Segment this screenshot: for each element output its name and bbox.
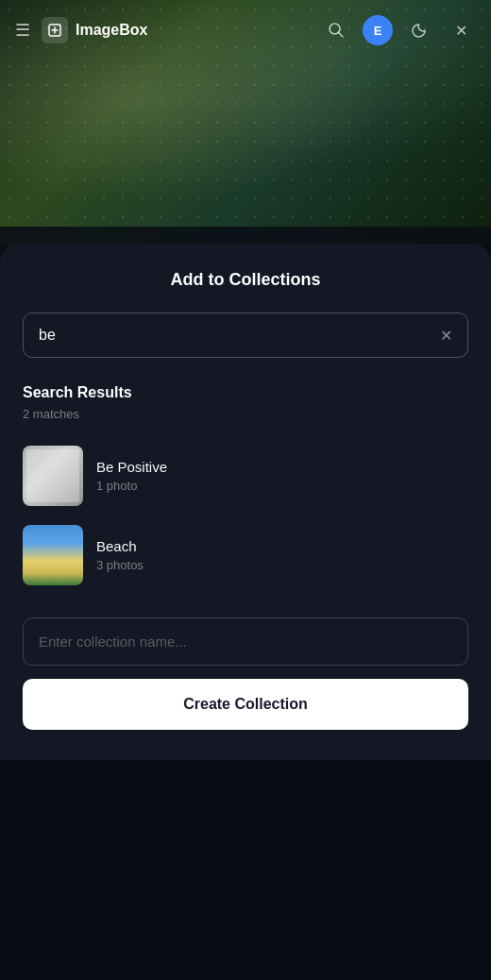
search-container: ✕ (23, 313, 468, 358)
thumb-be-positive (23, 446, 83, 506)
collection-thumb-0 (23, 446, 83, 506)
search-results-section: Search Results 2 matches Be Positive 1 p… (23, 384, 468, 595)
user-avatar[interactable]: E (363, 15, 393, 45)
collection-name-0: Be Positive (96, 459, 167, 475)
app-name: ImageBox (76, 22, 147, 39)
create-collection-button[interactable]: Create Collection (23, 679, 468, 730)
results-title: Search Results (23, 384, 468, 401)
modal-title: Add to Collections (23, 270, 468, 290)
add-to-collections-modal: Add to Collections ✕ Search Results 2 ma… (0, 244, 491, 760)
collection-search-input[interactable] (23, 313, 468, 358)
menu-icon[interactable]: ☰ (15, 20, 30, 41)
collection-item-0[interactable]: Be Positive 1 photo (23, 436, 468, 515)
collection-name-1: Beach (96, 538, 144, 554)
collection-item-1[interactable]: Beach 3 photos (23, 515, 468, 595)
search-clear-button[interactable]: ✕ (436, 326, 455, 345)
app-logo[interactable]: ImageBox (42, 17, 147, 43)
collection-count-1: 3 photos (96, 558, 144, 572)
collection-name-input[interactable] (23, 617, 468, 666)
navbar: ☰ ImageBox E ✕ (0, 0, 491, 60)
collection-info-0: Be Positive 1 photo (96, 459, 167, 493)
logo-icon (42, 17, 68, 43)
collection-count-0: 1 photo (96, 479, 167, 493)
search-results-list: Be Positive 1 photo Beach 3 photos (23, 436, 468, 595)
results-count: 2 matches (23, 407, 468, 421)
collection-thumb-1 (23, 525, 83, 585)
thumb-beach (23, 525, 83, 585)
navbar-actions: E ✕ (321, 15, 476, 45)
collection-info-1: Beach 3 photos (96, 538, 144, 572)
create-collection-section: Create Collection (23, 617, 468, 730)
search-button[interactable] (321, 15, 351, 45)
close-button[interactable]: ✕ (446, 15, 476, 45)
theme-toggle-button[interactable] (404, 15, 434, 45)
